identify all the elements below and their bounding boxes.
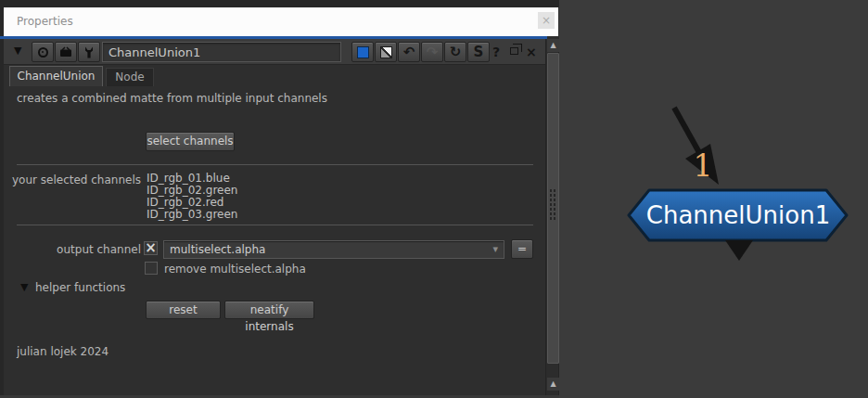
output-connector-arrow[interactable] [725,240,753,261]
channelunion-node[interactable]: ChannelUnion1 [629,190,847,240]
tv-icon [59,46,72,58]
remove-checkbox-label: remove multiselect.alpha [164,263,306,276]
selected-channels-list: ID_rgb_01.blue ID_rgb_02.green ID_rgb_02… [147,172,237,220]
output-channel-dropdown[interactable]: multiselect.alpha ▾ [163,240,504,259]
panel-collapse-icon[interactable]: ▼ [14,45,21,57]
input-number-label: 1 [694,148,713,184]
node-name-input[interactable] [102,42,341,62]
channel-item: ID_rgb_02.green [147,184,237,196]
helper-collapse-icon[interactable]: ▼ [20,281,28,293]
description-text: creates a combined matte from multiple i… [17,92,327,105]
chevron-down-icon: ▾ [492,241,498,258]
revert-icon: ↻ [450,44,462,60]
scroll-down-button[interactable]: ▲ [547,378,559,391]
scrollbar-thumb[interactable] [547,53,559,364]
scrollbar[interactable]: ▲ ▲ [545,39,559,398]
equals-button[interactable]: = [511,239,533,259]
diagonal-swatch-icon [380,46,392,58]
wrench-icon [83,46,95,58]
divider [17,225,533,225]
scroll-up-button[interactable]: ▲ [547,39,559,52]
output-channel-label: output channel [0,243,141,256]
neatify-internals-button[interactable]: neatify internals [224,301,314,319]
properties-window: Properties × ▼ ↶ [0,0,559,398]
manage-knobs-button[interactable] [78,42,100,62]
undo-button[interactable]: ↶ [398,42,420,62]
node-label: ChannelUnion1 [646,201,830,229]
circle-dot-icon [38,47,48,58]
scrollbar-grip-dots [549,188,557,220]
node-graph[interactable]: 1 ChannelUnion1 [559,0,868,398]
reset-button[interactable]: reset [146,301,221,319]
script-button[interactable]: S [467,42,490,62]
helper-functions-label[interactable]: helper functions [35,281,125,294]
divider [17,164,533,165]
tab-node[interactable]: Node [106,68,154,86]
gl-color-button[interactable] [375,42,397,62]
undo-icon: ↶ [403,44,415,60]
script-icon: S [474,44,484,60]
node-header-bar: ▼ ↶ ↷ ↻ [4,39,545,65]
channel-item: ID_rgb_01.blue [147,172,237,184]
panel-close-button[interactable]: × [526,45,537,59]
titlebar[interactable]: Properties × [4,7,558,36]
color-swatch-icon [357,46,369,58]
revert-button[interactable]: ↻ [444,42,466,62]
channel-item: ID_rgb_02.red [147,196,237,208]
node-graph-canvas: 1 ChannelUnion1 [559,0,868,398]
select-channels-button[interactable]: select channels [146,132,235,151]
redo-icon: ↷ [427,44,439,60]
redo-button[interactable]: ↷ [421,42,443,62]
tab-channelunion[interactable]: ChannelUnion [9,66,103,86]
window-border-left [0,7,4,398]
output-channel-checkbox[interactable]: × [144,241,158,255]
float-window-icon[interactable] [510,47,518,55]
channel-item: ID_rgb_03.green [147,208,237,220]
window-border-top [0,0,559,7]
window-close-button[interactable]: × [538,12,555,29]
monitor-out-button[interactable] [55,42,77,62]
output-channel-value: multiselect.alpha [170,243,265,256]
help-button[interactable]: ? [492,45,500,59]
selected-channels-label: your selected channels [0,173,141,186]
center-node-button[interactable] [32,42,54,62]
remove-checkbox[interactable] [145,262,158,275]
node-color-button[interactable] [351,42,374,62]
credit-text: julian lojek 2024 [17,345,108,358]
window-title: Properties [17,15,73,28]
